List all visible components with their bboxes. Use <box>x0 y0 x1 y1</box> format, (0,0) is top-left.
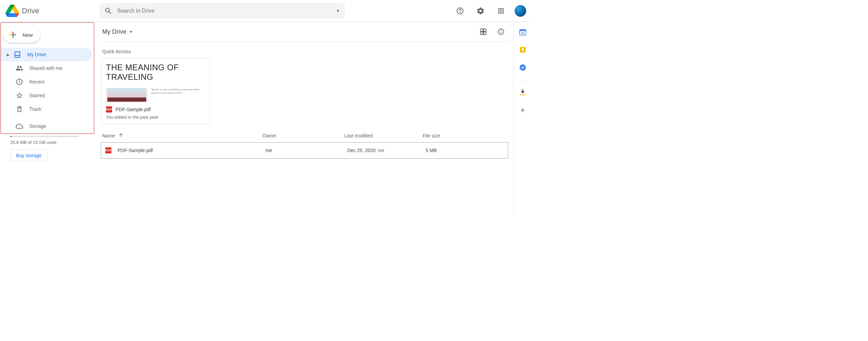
svg-rect-5 <box>522 50 523 51</box>
support-button[interactable] <box>453 4 467 18</box>
sidebar-item-label: Recent <box>29 79 44 85</box>
breadcrumb[interactable]: My Drive ▼ <box>102 28 133 35</box>
my-drive-icon <box>14 51 21 58</box>
search-icon <box>104 7 112 15</box>
sidebar-item-recent[interactable]: Recent <box>0 75 92 89</box>
sidebar-item-label: Shared with me <box>29 65 62 71</box>
column-owner[interactable]: Owner <box>262 133 344 138</box>
search-input[interactable] <box>117 8 336 14</box>
download-icon <box>519 89 527 96</box>
file-size: 5 MB <box>426 148 506 153</box>
info-icon <box>497 28 505 35</box>
side-panel: 31 <box>514 22 532 213</box>
header-actions <box>453 4 526 18</box>
keep-icon <box>519 46 527 54</box>
file-name: PDF-Sample.pdf <box>118 148 153 153</box>
quick-access-thumbnail: THE MEANING OF TRAVELING "Better to see … <box>101 59 210 103</box>
file-modified: Dec 25, 2020 me <box>347 148 426 153</box>
chevron-down-icon: ▼ <box>129 30 133 34</box>
sidebar-item-storage[interactable]: Storage <box>0 119 92 133</box>
plus-small-icon <box>519 107 526 114</box>
search-bar[interactable]: ▼ <box>100 3 345 19</box>
svg-rect-7 <box>520 94 526 95</box>
quick-access-filename-row: PDF PDF-Sample.pdf <box>106 106 205 113</box>
drive-logo-icon <box>5 5 19 17</box>
plus-icon <box>8 30 18 40</box>
pdf-icon: PDF <box>106 106 112 113</box>
header: Drive ▼ <box>0 0 532 22</box>
search-options-caret-icon[interactable]: ▼ <box>336 9 340 13</box>
grid-view-button[interactable] <box>477 26 489 38</box>
file-owner: me <box>265 148 347 153</box>
sidebar-item-label: My Drive <box>27 52 46 57</box>
star-icon <box>16 92 23 99</box>
trash-icon <box>16 105 23 113</box>
new-button-label: New <box>22 32 33 38</box>
main-content: My Drive ▼ Quick Access THE MEANING OF T… <box>95 22 514 213</box>
column-modified[interactable]: Last modified <box>344 133 423 138</box>
cloud-icon <box>16 122 23 130</box>
shared-icon <box>16 64 23 72</box>
apps-grid-icon <box>497 7 505 15</box>
calendar-icon: 31 <box>519 28 527 36</box>
quick-access-subtitle: You edited in the past year <box>106 115 205 120</box>
breadcrumb-title: My Drive <box>102 28 126 35</box>
get-addons-button[interactable] <box>519 88 527 97</box>
buy-storage-button[interactable]: Buy storage <box>10 150 47 161</box>
settings-button[interactable] <box>474 4 487 18</box>
sidebar-item-shared[interactable]: Shared with me <box>0 61 92 75</box>
thumbnail-blurb: "Better to see something once than hear … <box>151 88 205 95</box>
column-name[interactable]: Name <box>102 132 262 139</box>
svg-rect-1 <box>520 30 526 31</box>
thumbnail-headline: THE MEANING OF TRAVELING <box>106 63 205 82</box>
svg-text:31: 31 <box>521 31 524 35</box>
column-size[interactable]: File size <box>423 133 507 138</box>
recent-icon <box>16 78 23 86</box>
new-button[interactable]: New <box>3 27 40 43</box>
sort-arrow-up-icon <box>118 132 124 139</box>
pdf-icon: PDF <box>105 147 111 153</box>
tasks-icon <box>519 64 527 71</box>
gear-icon <box>476 7 485 15</box>
svg-point-4 <box>522 48 524 50</box>
thumbnail-image <box>106 88 148 103</box>
breadcrumb-row: My Drive ▼ <box>101 25 508 42</box>
tasks-app-button[interactable] <box>519 63 527 72</box>
sidebar-item-label: Trash <box>29 106 41 112</box>
table-row[interactable]: PDF PDF-Sample.pdf me Dec 25, 2020 me 5 … <box>101 142 508 159</box>
keep-app-button[interactable] <box>519 46 527 54</box>
storage-meter <box>10 136 78 137</box>
details-button[interactable] <box>495 26 507 38</box>
sidebar: New ▶ My Drive Shared with me Recent Sta… <box>0 22 95 213</box>
logo-area[interactable]: Drive <box>5 5 97 17</box>
add-panel-button[interactable] <box>519 106 527 114</box>
account-avatar[interactable] <box>515 5 526 17</box>
grid-icon <box>479 28 487 35</box>
quick-access-card[interactable]: THE MEANING OF TRAVELING "Better to see … <box>101 58 210 124</box>
calendar-app-button[interactable]: 31 <box>519 28 527 36</box>
quick-access-heading: Quick Access <box>102 49 507 54</box>
expand-caret-icon[interactable]: ▶ <box>7 53 10 57</box>
sidebar-item-label: Starred <box>29 93 45 98</box>
storage-used-text: 20.8 MB of 15 GB used <box>10 140 95 145</box>
help-icon <box>456 7 464 15</box>
sidebar-item-my-drive[interactable]: ▶ My Drive <box>0 48 92 61</box>
table-header: Name Owner Last modified File size <box>101 124 508 142</box>
sidebar-item-starred[interactable]: Starred <box>0 89 92 102</box>
app-name: Drive <box>22 6 39 15</box>
sidebar-item-label: Storage <box>29 123 46 129</box>
quick-access-filename: PDF-Sample.pdf <box>116 107 151 112</box>
apps-button[interactable] <box>494 4 508 18</box>
side-panel-separator <box>519 81 527 81</box>
sidebar-item-trash[interactable]: Trash <box>0 102 92 116</box>
